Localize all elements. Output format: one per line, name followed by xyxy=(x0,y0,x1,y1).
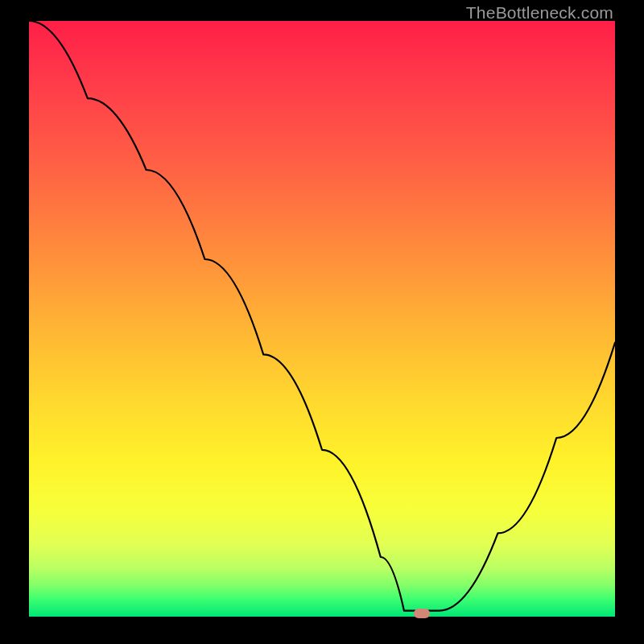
bottleneck-curve xyxy=(29,21,615,617)
chart-frame: TheBottleneck.com xyxy=(0,0,644,644)
optimum-marker xyxy=(414,609,430,618)
watermark-text: TheBottleneck.com xyxy=(466,3,613,23)
plot-area xyxy=(29,21,615,617)
